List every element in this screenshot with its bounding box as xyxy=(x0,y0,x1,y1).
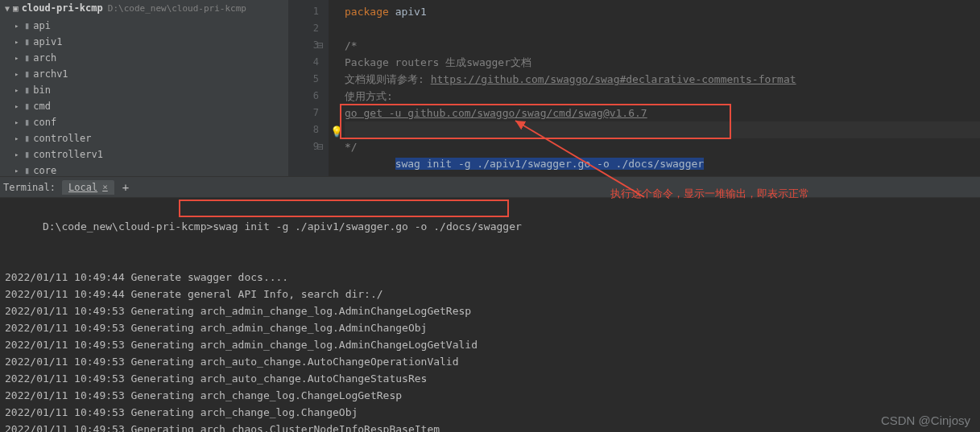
tree-folder-apiv1[interactable]: ▸▮apiv1 xyxy=(0,34,288,50)
chevron-right-icon: ▸ xyxy=(14,86,24,94)
line-number: 4 xyxy=(288,54,319,71)
folder-icon: ▮ xyxy=(24,133,30,144)
fold-icon[interactable]: ⊟ xyxy=(317,37,324,54)
tree-folder-api[interactable]: ▸▮api xyxy=(0,18,288,34)
line-number: 5 xyxy=(288,71,319,88)
tree-folder-conf[interactable]: ▸▮conf xyxy=(0,114,288,130)
tab-label: Local xyxy=(68,182,97,193)
project-name: cloud-pri-kcmp xyxy=(22,2,103,14)
terminal-output-line: 2022/01/11 10:49:53 Generating arch_chao… xyxy=(5,421,975,432)
folder-label: controllerv1 xyxy=(33,149,103,160)
highlight-box-terminal xyxy=(179,200,509,217)
terminal-output-line: 2022/01/11 10:49:44 Generate swagger doc… xyxy=(5,269,975,286)
lightbulb-icon[interactable]: 💡 xyxy=(330,123,343,140)
folder-icon: ▮ xyxy=(24,117,30,128)
folder-icon: ▮ xyxy=(24,36,30,47)
line-number: 7 xyxy=(288,105,319,121)
add-tab-button[interactable]: + xyxy=(122,181,129,194)
folder-label: arch xyxy=(33,52,56,64)
terminal-panel: Terminal: Local × + D:\code_new\cloud-pr… xyxy=(0,177,980,432)
line-number: 2 xyxy=(288,20,319,37)
code-area[interactable]: package apiv1 ⊟/* Package routers 生成swag… xyxy=(329,0,980,176)
chevron-right-icon: ▸ xyxy=(14,118,24,126)
tree-folder-cmd[interactable]: ▸▮cmd xyxy=(0,98,288,114)
terminal-tab-local[interactable]: Local × xyxy=(62,180,114,195)
comment-open: /* xyxy=(345,39,358,51)
folder-label: controller xyxy=(33,133,91,144)
chevron-down-icon: ▼ xyxy=(2,4,13,13)
chevron-right-icon: ▸ xyxy=(14,167,24,175)
comment-line: Package routers 生成swagger文档 xyxy=(345,56,531,68)
tree-folder-controllerv1[interactable]: ▸▮controllerv1 xyxy=(0,146,288,163)
tree-folder-bin[interactable]: ▸▮bin xyxy=(0,82,288,98)
line-number: 6 xyxy=(288,88,319,105)
terminal-output-line: 2022/01/11 10:49:53 Generating arch_auto… xyxy=(5,370,975,387)
terminal-output-line: 2022/01/11 10:49:53 Generating arch_admi… xyxy=(5,302,975,319)
comment-line: go get -u github.com/swaggo/swag/cmd/swa… xyxy=(345,107,647,119)
chevron-right-icon: ▸ xyxy=(14,22,24,30)
tree-folder-archv1[interactable]: ▸▮archv1 xyxy=(0,66,288,82)
terminal-command: swag init -g ./apiv1/swagger.go -o ./doc… xyxy=(213,220,522,232)
folder-icon: ▮ xyxy=(24,20,30,31)
chevron-right-icon: ▸ xyxy=(14,134,24,142)
folder-icon: ▮ xyxy=(24,68,30,80)
folder-label: core xyxy=(33,165,56,176)
project-tree[interactable]: ▼ ▣ cloud-pri-kcmp D:\code_new\cloud-pri… xyxy=(0,0,288,176)
chevron-right-icon: ▸ xyxy=(14,70,24,78)
line-number: 9 xyxy=(288,138,319,155)
fold-end-icon: ⊟ xyxy=(317,138,324,155)
chevron-right-icon: ▸ xyxy=(14,102,24,110)
terminal-output-line: 2022/01/11 10:49:53 Generating arch_admi… xyxy=(5,336,975,353)
line-number: 1 xyxy=(288,3,319,20)
chevron-right-icon: ▸ xyxy=(14,150,24,158)
folder-label: apiv1 xyxy=(33,36,62,47)
terminal-output-line: 2022/01/11 10:49:53 Generating arch_chan… xyxy=(5,404,975,421)
code-editor[interactable]: 123456789 package apiv1 ⊟/* Package rout… xyxy=(288,0,980,176)
terminal-output-line: 2022/01/11 10:49:53 Generating arch_auto… xyxy=(5,353,975,370)
package-name: apiv1 xyxy=(395,6,427,18)
swag-command-comment: swag init -g ./apiv1/swagger.go -o ./doc… xyxy=(395,158,705,170)
folder-icon: ▣ xyxy=(13,3,19,14)
project-path: D:\code_new\cloud-pri-kcmp xyxy=(108,3,246,14)
tree-folder-controller[interactable]: ▸▮controller xyxy=(0,130,288,146)
folder-label: api xyxy=(33,20,51,31)
line-number: 8 xyxy=(288,121,319,138)
terminal-tabs: Terminal: Local × + xyxy=(0,177,980,198)
terminal-label: Terminal: xyxy=(3,182,56,193)
line-number: 3 xyxy=(288,37,319,54)
terminal-output-line: 2022/01/11 10:49:53 Generating arch_admi… xyxy=(5,319,975,336)
folder-label: bin xyxy=(33,84,51,96)
terminal-body[interactable]: D:\code_new\cloud-pri-kcmp>swag init -g … xyxy=(0,198,980,432)
project-root[interactable]: ▼ ▣ cloud-pri-kcmp D:\code_new\cloud-pri… xyxy=(0,0,288,16)
keyword-package: package xyxy=(345,6,389,18)
folder-label: cmd xyxy=(33,101,51,112)
terminal-output-line: 2022/01/11 10:49:53 Generating arch_chan… xyxy=(5,387,975,404)
folder-icon: ▮ xyxy=(24,52,30,64)
tree-folder-arch[interactable]: ▸▮arch xyxy=(0,50,288,66)
tree-folder-core[interactable]: ▸▮core xyxy=(0,163,288,176)
folder-label: archv1 xyxy=(33,68,68,80)
folder-label: conf xyxy=(33,117,56,128)
comment-link[interactable]: https://github.com/swaggo/swag#declarati… xyxy=(431,73,796,85)
chevron-right-icon: ▸ xyxy=(14,38,24,46)
terminal-prompt: D:\code_new\cloud-pri-kcmp> xyxy=(43,220,213,232)
chevron-right-icon: ▸ xyxy=(14,54,24,62)
comment-line: 使用方式: xyxy=(345,90,393,102)
comment-line: 文档规则请参考: xyxy=(345,73,431,85)
terminal-output-line: 2022/01/11 10:49:44 Generate general API… xyxy=(5,286,975,302)
watermark: CSDN @Cinjosy xyxy=(881,413,970,427)
annotation-text: 执行这个命令，显示一堆输出，即表示正常 xyxy=(610,187,809,201)
folder-icon: ▮ xyxy=(24,149,30,160)
folder-icon: ▮ xyxy=(24,165,30,176)
folder-icon: ▮ xyxy=(24,101,30,112)
folder-icon: ▮ xyxy=(24,84,30,96)
close-icon[interactable]: × xyxy=(102,182,108,192)
